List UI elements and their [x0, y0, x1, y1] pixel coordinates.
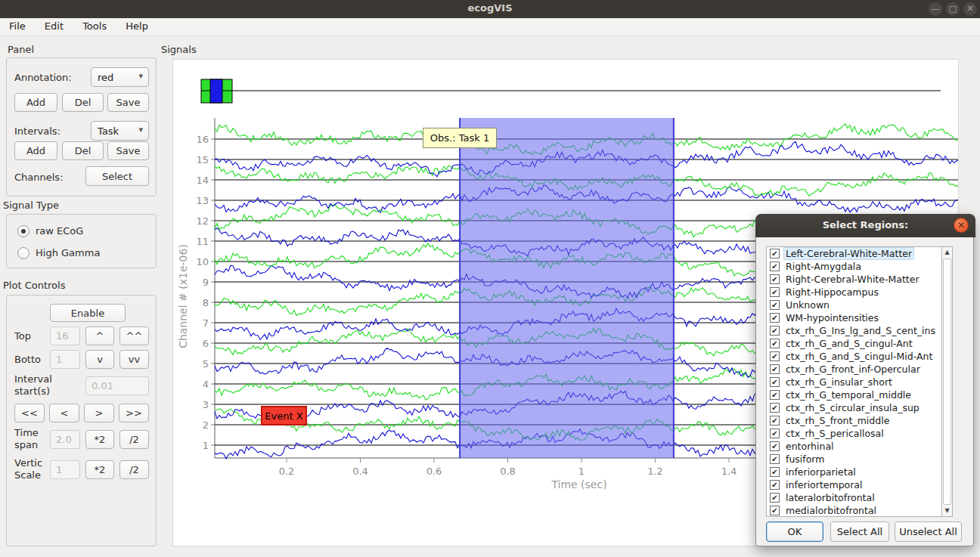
annotation-del-button[interactable]: Del	[62, 93, 104, 112]
nav-fast-forward-button[interactable]: >>	[119, 404, 149, 422]
checkbox-checked-icon[interactable]: ✔	[770, 441, 780, 451]
region-list-item[interactable]: ✔inferiortemporal	[767, 478, 952, 491]
channel-upup-button[interactable]: ^^	[119, 326, 149, 345]
interval-add-button[interactable]: Add	[14, 141, 57, 160]
svg-text:0.2: 0.2	[279, 466, 295, 477]
region-list-item[interactable]: ✔ctx_rh_G_Ins_lg_and_S_cent_ins	[767, 324, 952, 337]
checkbox-checked-icon[interactable]: ✔	[770, 287, 780, 297]
region-list-item[interactable]: ✔fusiform	[767, 453, 952, 466]
channels-label: Channels:	[14, 172, 64, 184]
checkbox-checked-icon[interactable]: ✔	[770, 454, 780, 464]
region-list-item[interactable]: ✔ctx_rh_G_and_S_cingul-Ant	[767, 337, 952, 350]
nav-fast-back-button[interactable]: <<	[14, 404, 45, 422]
checkbox-checked-icon[interactable]: ✔	[770, 467, 780, 477]
menu-edit[interactable]: Edit	[37, 18, 71, 34]
checkbox-checked-icon[interactable]: ✔	[770, 261, 780, 271]
interval-del-button[interactable]: Del	[62, 141, 104, 160]
checkbox-checked-icon[interactable]: ✔	[770, 351, 780, 361]
region-item-label: ctx_rh_G_insular_short	[784, 376, 894, 388]
svg-text:11: 11	[196, 236, 209, 247]
channels-select-button[interactable]: Select	[85, 166, 149, 186]
region-list-item[interactable]: ✔ctx_rh_G_insular_short	[767, 376, 952, 388]
checkbox-checked-icon[interactable]: ✔	[770, 429, 780, 438]
region-list-item[interactable]: ✔ctx_rh_G_front_inf-Opercular	[767, 363, 952, 376]
checkbox-checked-icon[interactable]: ✔	[770, 416, 780, 425]
checkbox-checked-icon[interactable]: ✔	[770, 377, 780, 387]
dialog-close-icon[interactable]: ✕	[954, 218, 969, 233]
region-list-item[interactable]: ✔Right-Hippocampus	[767, 286, 952, 299]
bottom-input[interactable]: 1	[50, 350, 80, 369]
checkbox-checked-icon[interactable]: ✔	[770, 326, 780, 336]
region-list-item[interactable]: ✔Right-Cerebral-White-Matter	[767, 273, 952, 286]
scroll-down-icon[interactable]: ▼	[942, 506, 952, 516]
annotation-add-button[interactable]: Add	[14, 93, 57, 112]
ok-button[interactable]: OK	[766, 521, 823, 542]
region-list-item[interactable]: ✔lateralorbitofrontal	[767, 491, 952, 504]
scrollbar-thumb[interactable]	[943, 258, 951, 505]
radio-high-gamma[interactable]	[17, 247, 29, 259]
checkbox-checked-icon[interactable]: ✔	[770, 339, 780, 348]
scroll-up-icon[interactable]: ▲	[942, 247, 952, 258]
channel-up-button[interactable]: ^	[85, 326, 114, 345]
region-list-item[interactable]: ✔entorhinal	[767, 440, 952, 453]
menu-help[interactable]: Help	[118, 18, 156, 34]
menu-file[interactable]: File	[2, 18, 33, 34]
region-list-item[interactable]: ✔ctx_rh_S_circular_insula_sup	[767, 401, 952, 414]
region-list-item[interactable]: ✔Unknown	[767, 299, 952, 311]
regions-list[interactable]: ✔Left-Cerebral-White-Matter✔Right-Amygda…	[766, 246, 953, 517]
checkbox-checked-icon[interactable]: ✔	[770, 249, 780, 258]
region-list-item[interactable]: ✔ctx_rh_S_pericallosal	[767, 427, 952, 440]
region-list-item[interactable]: ✔ctx_rh_S_front_middle	[767, 414, 952, 427]
vertical-scale-input[interactable]: 1	[50, 460, 80, 479]
interval-start-input[interactable]: 0.01	[85, 376, 149, 395]
checkbox-checked-icon[interactable]: ✔	[770, 364, 780, 374]
top-input[interactable]: 16	[50, 326, 80, 345]
region-list-item[interactable]: ✔medialorbitofrontal	[767, 504, 952, 517]
enable-button[interactable]: Enable	[50, 304, 126, 322]
svg-text:16: 16	[196, 134, 209, 145]
checkbox-checked-icon[interactable]: ✔	[770, 403, 780, 413]
checkbox-checked-icon[interactable]: ✔	[770, 300, 780, 310]
region-list-item[interactable]: ✔Right-Amygdala	[767, 260, 952, 273]
region-item-label: ctx_rh_S_front_middle	[784, 415, 891, 426]
signal-type-groupbox: raw ECoG High Gamma	[6, 214, 157, 268]
checkbox-checked-icon[interactable]: ✔	[770, 313, 780, 323]
checkbox-checked-icon[interactable]: ✔	[770, 493, 780, 503]
minimize-icon[interactable]: —	[929, 2, 942, 16]
svg-text:Time (sec): Time (sec)	[550, 478, 606, 490]
time-span-input[interactable]: 2.0	[50, 430, 80, 449]
channel-down-button[interactable]: v	[85, 350, 114, 369]
region-item-label: ctx_rh_S_pericallosal	[784, 428, 885, 439]
time-span-double-button[interactable]: *2	[85, 430, 114, 449]
channel-downdown-button[interactable]: vv	[119, 350, 149, 369]
maximize-icon[interactable]: □	[946, 2, 960, 16]
vertical-scale-half-button[interactable]: /2	[119, 460, 149, 479]
region-list-item[interactable]: ✔inferiorparietal	[767, 466, 952, 478]
checkbox-checked-icon[interactable]: ✔	[770, 274, 780, 284]
svg-text:2: 2	[203, 419, 209, 431]
regions-scrollbar[interactable]: ▲ ▼	[941, 247, 952, 516]
interval-save-button[interactable]: Save	[107, 141, 149, 160]
region-list-item[interactable]: ✔WM-hypointensities	[767, 311, 952, 324]
region-list-item[interactable]: ✔ctx_rh_G_temporal_middle	[767, 388, 952, 401]
time-span-half-button[interactable]: /2	[119, 430, 149, 449]
checkbox-checked-icon[interactable]: ✔	[770, 390, 780, 400]
checkbox-checked-icon[interactable]: ✔	[770, 506, 780, 515]
menu-tools[interactable]: Tools	[75, 18, 114, 34]
unselect-all-button[interactable]: Unselect All	[895, 521, 962, 542]
select-all-button[interactable]: Select All	[830, 521, 889, 542]
nav-back-button[interactable]: <	[49, 404, 79, 422]
annotation-save-button[interactable]: Save	[107, 93, 149, 112]
region-list-item[interactable]: ✔Left-Cerebral-White-Matter	[767, 247, 952, 260]
annotation-combobox[interactable]: red ▾	[91, 67, 149, 87]
vertical-scale-double-button[interactable]: *2	[85, 460, 114, 479]
event-marker-label[interactable]: Event X	[261, 406, 307, 425]
dialog-title-bar[interactable]: Select Regions: ✕	[755, 214, 975, 237]
radio-raw-ecog[interactable]	[17, 225, 29, 237]
intervals-combobox[interactable]: Task ▾	[91, 121, 149, 141]
nav-forward-button[interactable]: >	[84, 404, 114, 422]
region-list-item[interactable]: ✔ctx_rh_G_and_S_cingul-Mid-Ant	[767, 350, 952, 363]
radio-high-gamma-label: High Gamma	[36, 247, 100, 259]
close-icon[interactable]: ✕	[963, 2, 977, 16]
checkbox-checked-icon[interactable]: ✔	[770, 480, 780, 490]
